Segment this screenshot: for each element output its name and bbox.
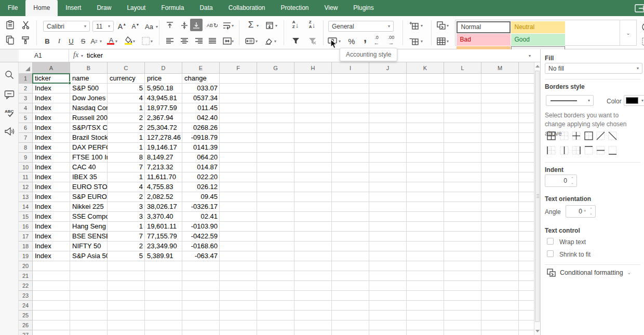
cell[interactable]: Index <box>33 84 70 93</box>
cell[interactable]: 127,278.46 <box>145 133 182 143</box>
cell[interactable]: CAC 40 <box>70 163 108 172</box>
cells-area[interactable]: tickernamecurrencypricechangeIndexS&P 50… <box>33 74 534 335</box>
cell[interactable]: -0103.90 <box>182 222 220 232</box>
underline-button[interactable]: U <box>65 35 77 47</box>
cell[interactable]: 7,213.32 <box>145 163 182 172</box>
cell[interactable]: 1 <box>108 103 145 113</box>
row-header-6[interactable]: 6 <box>19 123 33 133</box>
column-header-D[interactable]: D <box>145 62 182 74</box>
column-header-B[interactable]: B <box>70 62 108 74</box>
clear-icon[interactable] <box>263 35 274 47</box>
cell[interactable]: FTSE 100 Ind <box>70 153 108 163</box>
indent-up-arrow[interactable]: ⌃ <box>571 177 574 181</box>
spellcheck-icon[interactable]: ABC <box>4 108 15 118</box>
cell[interactable]: Index <box>33 172 70 182</box>
tab-plugins[interactable]: Plugins <box>345 0 381 16</box>
row-header-20[interactable]: 20 <box>19 261 33 271</box>
column-header-E[interactable]: E <box>182 62 220 74</box>
merge-cells-arrow[interactable]: ▾ <box>232 39 234 44</box>
cell[interactable]: -063.47 <box>182 251 220 261</box>
tab-insert[interactable]: Insert <box>58 0 89 16</box>
tab-formula[interactable]: Formula <box>153 0 192 16</box>
row-header-19[interactable]: 19 <box>19 251 33 261</box>
wrap-text-arrow[interactable]: ▾ <box>232 23 234 28</box>
cell[interactable]: Index <box>33 93 70 103</box>
cell[interactable]: 2 <box>108 242 145 251</box>
cell[interactable]: Index <box>33 232 70 242</box>
clear-filter-icon[interactable] <box>306 35 318 47</box>
cell[interactable]: Index <box>33 153 70 163</box>
row-header-17[interactable]: 17 <box>19 232 33 242</box>
cell[interactable]: S&P Asia 50 <box>70 251 108 261</box>
wrap-text-checkbox[interactable] <box>547 238 554 245</box>
tab-file[interactable]: File <box>0 0 25 16</box>
cell[interactable]: Index <box>33 251 70 261</box>
cell[interactable]: -0326.17 <box>182 202 220 212</box>
column-header-J[interactable]: J <box>369 62 407 74</box>
column-header-partial[interactable] <box>519 62 534 74</box>
spreadsheet-grid[interactable]: ABCDEFGHIJKLM 12345678910111213141516171… <box>19 62 534 335</box>
column-header-L[interactable]: L <box>444 62 481 74</box>
row-header-8[interactable]: 8 <box>19 143 33 153</box>
row-header-1[interactable]: 1 <box>19 74 33 84</box>
vertical-scrollbar[interactable] <box>534 62 540 335</box>
fill-range-icon[interactable] <box>264 20 275 31</box>
tab-data[interactable]: Data <box>192 0 220 16</box>
angle-down-arrow[interactable]: ⌄ <box>589 211 593 216</box>
cell[interactable]: NIFTY 50 <box>70 242 108 251</box>
conditional-formatting-arrow[interactable]: ▾ <box>447 23 449 28</box>
formula-input[interactable]: ticker <box>87 51 103 59</box>
align-top-icon[interactable] <box>164 20 176 31</box>
cell[interactable]: 5 <box>108 251 145 261</box>
row-header-23[interactable]: 23 <box>19 291 33 301</box>
row-header-7[interactable]: 7 <box>19 133 33 143</box>
cell[interactable]: 0537.34 <box>182 93 220 103</box>
cell-style-good[interactable]: Good <box>511 34 565 46</box>
copy-style-icon[interactable] <box>20 34 31 46</box>
insert-cells-icon[interactable] <box>408 20 420 31</box>
row-header-10[interactable]: 10 <box>19 163 33 172</box>
cell[interactable]: 7 <box>108 232 145 242</box>
cell[interactable]: Index <box>33 182 70 192</box>
column-header-I[interactable]: I <box>332 62 369 74</box>
scroll-up-arrow[interactable] <box>535 65 540 68</box>
cell[interactable]: Index <box>33 103 70 113</box>
cell[interactable]: 8 <box>108 153 145 163</box>
cell[interactable]: 011.45 <box>182 103 220 113</box>
cell-borders-arrow[interactable]: ▾ <box>151 39 153 44</box>
row-header-3[interactable]: 3 <box>19 93 33 103</box>
cell[interactable]: 1 <box>108 172 145 182</box>
cell[interactable]: Index <box>33 242 70 251</box>
named-ranges-icon[interactable] <box>244 35 256 47</box>
cell[interactable]: -0422.59 <box>182 232 220 242</box>
angle-stepper[interactable]: 0 ° ⌃⌄ <box>566 205 596 218</box>
conditional-formatting-icon[interactable] <box>435 20 447 31</box>
selection-fill-handle[interactable] <box>68 82 71 85</box>
cell[interactable]: Dow Jones I <box>70 93 108 103</box>
cell[interactable]: 4,755.83 <box>145 182 182 192</box>
border-all-button[interactable] <box>546 131 556 140</box>
row-header-2[interactable]: 2 <box>19 84 33 93</box>
cell[interactable]: 02.41 <box>182 212 220 222</box>
cell[interactable]: 2 <box>108 192 145 202</box>
row-header-18[interactable]: 18 <box>19 242 33 251</box>
cell[interactable]: 064.20 <box>182 153 220 163</box>
expand-formula-bar-icon[interactable]: ▾ <box>529 53 531 58</box>
indent-stepper[interactable]: 0 ⌃⌄ <box>545 175 577 187</box>
cell[interactable]: 8,149.27 <box>145 153 182 163</box>
fill-range-arrow[interactable]: ▾ <box>275 23 277 28</box>
cell[interactable]: Russell 2000 <box>70 113 108 123</box>
cell[interactable]: currency <box>108 74 145 84</box>
delete-cells-arrow[interactable]: ▾ <box>421 39 423 44</box>
number-format-select[interactable]: General▾ <box>328 21 394 32</box>
border-top-button[interactable] <box>584 145 593 155</box>
align-left-icon[interactable] <box>164 35 176 47</box>
cut-icon[interactable] <box>20 19 31 31</box>
cell[interactable]: price <box>145 74 182 84</box>
column-header-M[interactable]: M <box>481 62 519 74</box>
cell[interactable]: DAX PERFOR <box>70 143 108 153</box>
cell[interactable]: Nasdaq Com <box>70 103 108 113</box>
cell[interactable]: 5,950.18 <box>145 84 182 93</box>
cell[interactable]: IBEX 35 <box>70 172 108 182</box>
cell[interactable]: SSE Compos <box>70 212 108 222</box>
